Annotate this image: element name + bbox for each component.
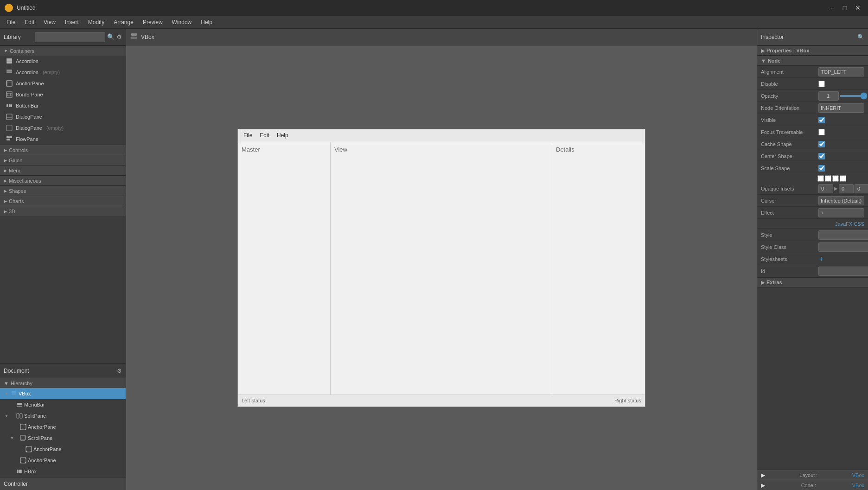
hbox-toggle[interactable] — [4, 469, 9, 474]
section-containers[interactable]: ▼ Containers — [0, 45, 126, 56]
stylesheets-value: + — [818, 255, 864, 263]
maximize-button[interactable]: □ — [839, 2, 850, 13]
app-title: Untitled — [17, 5, 36, 11]
tree-item-anchorpane2[interactable]: AnchorPane — [0, 444, 126, 455]
style-input[interactable] — [818, 230, 868, 240]
svg-point-31 — [25, 424, 26, 425]
opaque-inset-1[interactable] — [839, 184, 854, 193]
inspector-search-icon[interactable]: 🔍 — [857, 34, 864, 40]
menu-help[interactable]: Help — [196, 17, 217, 27]
opacity-input[interactable] — [818, 91, 839, 101]
node-orientation-select[interactable]: INHERIT LEFT_TO_RIGHT RIGHT_TO_LEFT — [818, 103, 864, 113]
tree-item-vbox[interactable]: ▼ VBox — [0, 388, 126, 399]
menu-view[interactable]: View — [39, 17, 60, 27]
anchorpane2-toggle[interactable] — [15, 446, 20, 452]
opaque-inset-0[interactable] — [818, 184, 833, 193]
close-button[interactable]: ✕ — [852, 2, 863, 13]
code-bar: ▶ Code : VBox — [757, 480, 868, 490]
focus-traversable-checkbox[interactable] — [818, 129, 825, 135]
id-input[interactable] — [818, 267, 868, 276]
svg-rect-0 — [6, 58, 12, 60]
svg-rect-22 — [12, 391, 16, 393]
menu-file[interactable]: File — [2, 17, 20, 27]
visible-checkbox[interactable] — [818, 117, 825, 123]
javafx-css-label[interactable]: JavaFX CSS — [835, 221, 864, 227]
canvas-area[interactable]: File Edit Help Master View Details — [126, 45, 757, 490]
lib-item-accordion[interactable]: Accordion — [0, 56, 126, 67]
opaque-inset-cb1[interactable] — [817, 175, 824, 182]
svg-rect-3 — [6, 70, 12, 71]
lib-item-flowpane[interactable]: FlowPane — [0, 134, 126, 145]
opaque-inset-cb3[interactable] — [832, 175, 839, 182]
svg-rect-16 — [6, 114, 12, 120]
library-search-icon[interactable]: 🔍 — [107, 33, 115, 40]
menubar-node-icon — [16, 401, 23, 408]
library-gear-icon[interactable]: ⚙ — [116, 33, 122, 40]
menu-modify[interactable]: Modify — [83, 17, 109, 27]
tree-item-scrollpane[interactable]: ▼ ScrollPane — [0, 433, 126, 444]
disable-checkbox[interactable] — [818, 81, 825, 87]
library-search-input[interactable] — [35, 32, 105, 42]
lib-item-accordion-empty[interactable]: Accordion (empty) — [0, 67, 126, 78]
splitpane-toggle[interactable]: ▼ — [4, 413, 9, 419]
lib-item-anchorpane[interactable]: AnchorPane — [0, 78, 126, 89]
scale-shape-checkbox[interactable] — [818, 165, 825, 172]
document-gear-icon[interactable]: ⚙ — [117, 368, 122, 374]
scrollpane-toggle[interactable]: ▼ — [9, 435, 15, 441]
hbox-label: HBox — [24, 469, 37, 474]
tree-item-menubar[interactable]: MenuBar — [0, 399, 126, 410]
cache-shape-checkbox[interactable] — [818, 141, 825, 147]
opacity-slider[interactable] — [840, 95, 868, 97]
lib-item-buttonbar[interactable]: ButtonBar — [0, 100, 126, 111]
menu-preview[interactable]: Preview — [138, 17, 167, 27]
lib-item-dialogpane[interactable]: DialogPane — [0, 111, 126, 122]
section-miscellaneous[interactable]: ▶ Miscellaneous — [0, 175, 126, 185]
lib-item-borderpane[interactable]: BorderPane — [0, 89, 126, 100]
minimize-button[interactable]: − — [826, 2, 837, 13]
opaque-inset-cb4[interactable] — [840, 175, 846, 182]
section-controls[interactable]: ▶ Controls — [0, 145, 126, 155]
hierarchy-header[interactable]: ▼ Hierarchy — [0, 378, 126, 388]
tree-item-anchorpane1[interactable]: AnchorPane — [0, 421, 126, 433]
opaque-inset-cb2[interactable] — [825, 175, 831, 182]
center-shape-checkbox[interactable] — [818, 153, 825, 159]
anchorpane3-toggle[interactable] — [9, 458, 15, 463]
vbox-toggle[interactable]: ▼ — [4, 391, 9, 396]
preview-menu-edit[interactable]: Edit — [256, 131, 273, 140]
anchorpane1-toggle[interactable] — [9, 424, 15, 430]
menu-edit[interactable]: Edit — [20, 17, 39, 27]
tree-item-anchorpane3[interactable]: AnchorPane — [0, 455, 126, 466]
center-area: VBox File Edit Help Master View — [126, 29, 757, 490]
extras-section-header[interactable]: ▶ Extras — [757, 277, 868, 287]
stylesheets-add-btn[interactable]: + — [818, 255, 824, 263]
lib-item-dialogpane-empty[interactable]: DialogPane (empty) — [0, 122, 126, 134]
tree-item-splitpane[interactable]: ▼ SplitPane — [0, 410, 126, 421]
accordion-empty-tag: (empty) — [43, 70, 60, 75]
properties-section-header[interactable]: ▶ Properties : VBox — [757, 45, 868, 56]
menubar-toggle[interactable] — [4, 402, 9, 407]
layout-label: Layout : — [799, 472, 817, 478]
opaque-inset-2[interactable] — [855, 184, 868, 193]
alignment-select[interactable]: TOP_LEFT TOP_CENTER TOP_RIGHT CENTER BOT… — [818, 67, 864, 76]
hbox-icon — [16, 468, 23, 475]
dialogpane-label: DialogPane — [16, 114, 42, 120]
section-charts[interactable]: ▶ Charts — [0, 196, 126, 206]
section-3d[interactable]: ▶ 3D — [0, 206, 126, 216]
tree-item-hbox[interactable]: HBox — [0, 466, 126, 477]
preview-menu-file[interactable]: File — [240, 131, 256, 140]
stylesheets-row: Stylesheets + — [757, 253, 868, 265]
preview-menu-help[interactable]: Help — [273, 131, 292, 140]
node-section-header[interactable]: ▼ Node — [757, 56, 868, 66]
style-class-input[interactable] — [818, 242, 868, 252]
menu-insert[interactable]: Insert — [60, 17, 83, 27]
document-header: Document ⚙ — [0, 364, 126, 378]
section-shapes[interactable]: ▶ Shapes — [0, 185, 126, 196]
menu-window[interactable]: Window — [167, 17, 197, 27]
cursor-select[interactable]: Inherited (Default) DEFAULT CROSSHAIR HA… — [818, 196, 864, 205]
effect-select[interactable]: + — [818, 208, 864, 217]
menu-arrange[interactable]: Arrange — [109, 17, 138, 27]
style-row: Style ▸ + — [757, 229, 868, 241]
style-class-row: Style Class + — [757, 241, 868, 253]
section-gluon[interactable]: ▶ Gluon — [0, 155, 126, 165]
section-menu[interactable]: ▶ Menu — [0, 165, 126, 175]
